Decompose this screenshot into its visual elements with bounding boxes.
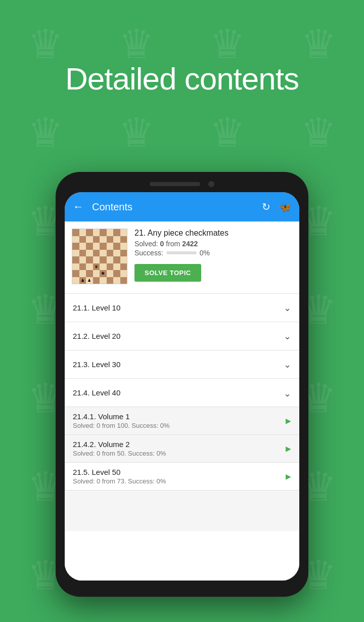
phone-notch [65, 181, 299, 187]
phone-frame: ← Contents ↻ 🦋 [56, 172, 308, 597]
topic-title: 21. Any piece checkmates [134, 229, 292, 238]
solve-topic-button[interactable]: SOLVE TOPIC [134, 264, 201, 282]
phone-camera [208, 181, 214, 187]
chess-board-thumbnail: ♛ ♚ [72, 229, 127, 284]
volume-1-item[interactable]: 21.4.1. Volume 1 Solved: 0 from 100. Suc… [65, 407, 299, 435]
pawn1-cell: ♟ [79, 277, 86, 284]
bottom-space [65, 491, 299, 531]
level-10-item[interactable]: 21.1. Level 10 ⌄ [65, 294, 299, 322]
chevron-down-icon: ⌄ [284, 302, 291, 314]
play-icon: ▶ [286, 472, 291, 480]
app-bar: ← Contents ↻ 🦋 [65, 192, 299, 221]
phone-screen: ← Contents ↻ 🦋 [65, 192, 299, 581]
content-area: ♛ ♚ [65, 221, 299, 581]
play-icon: ▶ [286, 417, 291, 425]
level-40-item[interactable]: 21.4. Level 40 ⌃ [65, 379, 299, 407]
level-50-item[interactable]: 21.5. Level 50 Solved: 0 from 73. Succes… [65, 463, 299, 491]
volume-2-item[interactable]: 21.4.2. Volume 2 Solved: 0 from 50. Succ… [65, 435, 299, 463]
topic-success-text: Success: 0% [134, 249, 292, 257]
chevron-up-icon: ⌃ [284, 387, 291, 398]
app-bar-title: Contents [92, 201, 262, 213]
topic-info: 21. Any piece checkmates Solved: 0 from … [134, 229, 292, 284]
pawn2-cell: ♟ [86, 277, 93, 284]
page-title: Detailed contents [0, 61, 364, 97]
chevron-down-icon: ⌄ [284, 359, 291, 370]
chevron-down-icon: ⌄ [284, 331, 291, 342]
refresh-icon[interactable]: ↻ [262, 201, 270, 213]
butterfly-icon[interactable]: 🦋 [279, 201, 291, 213]
level-30-item[interactable]: 21.3. Level 30 ⌄ [65, 350, 299, 379]
back-button[interactable]: ← [73, 200, 84, 213]
topic-card: ♛ ♚ [65, 221, 299, 294]
play-icon: ▶ [286, 445, 291, 453]
topic-solved-text: Solved: 0 from 2422 [134, 240, 292, 248]
app-bar-actions: ↻ 🦋 [262, 201, 291, 213]
king-cell: ♚ [100, 270, 107, 277]
queen-cell: ♛ [93, 263, 100, 271]
progress-bar [166, 251, 197, 254]
phone-speaker [150, 182, 200, 186]
level-20-item[interactable]: 21.2. Level 20 ⌄ [65, 322, 299, 350]
